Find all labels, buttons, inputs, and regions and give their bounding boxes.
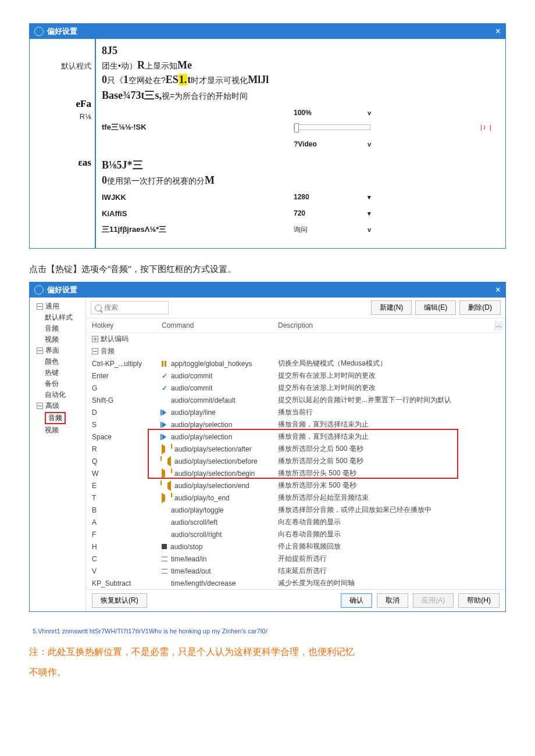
slider-thumb[interactable] [294,123,299,132]
command-cell: audio/commit/default [162,396,278,404]
table-row[interactable]: G✓audio/commit提交所有在波形上对时间的更改 [86,382,505,394]
tree-audio-1[interactable]: 音频 [30,323,85,334]
apply-button[interactable]: 应用(A) [413,593,454,608]
description-cell: 开始提前所选行 [278,554,495,564]
table-row[interactable]: Aaudio/scroll/left向左卷动音频的显示 [86,516,505,528]
table-row[interactable]: Vtime/lead/out结束延后所选行 [86,565,505,577]
category-tree[interactable]: 通用 默认样式 音频 视频 界面 颜色 热键 备份 自动化 高级 音频 视频 [30,298,86,611]
arrow-r-icon [162,468,171,479]
command-cell: audio/play/toggle [162,506,278,514]
titlebar-2[interactable]: 偏好设置 × [30,282,505,298]
check-icon: ✓ [162,385,167,391]
note-text-1: 注：此处互换热解位置，不是必需，只是个人认为这样更科学合理，也便利记忆 [29,646,506,658]
restore-defaults-button[interactable]: 恢复默认(R) [92,593,147,608]
hotkey-cell: KP_Subtract [92,579,162,587]
edit-button[interactable]: 编辑(E) [415,300,456,315]
table-row[interactable]: KP_Subtracttime/length/decrease减少长度为现在的时… [86,577,505,589]
command-cell: audio/play/selection/after [162,444,278,454]
scrollbar-up[interactable]: ︿ [495,321,504,331]
tree-backup[interactable]: 备份 [30,378,85,389]
slider-track[interactable] [294,124,370,130]
close-icon[interactable]: × [495,285,501,295]
description-cell: 播放所选部分末 500 毫秒 [278,481,495,490]
hotkey-cell: A [92,518,162,526]
tree-color[interactable]: 颜色 [30,356,85,367]
table-row[interactable]: Enter✓audio/commit提交所有在波形上对时间的更改 [86,370,505,382]
help-button[interactable]: 帮助(H) [458,593,500,608]
dropdown-2[interactable]: v [363,141,375,148]
command-cell: audio/play/to_end [162,493,278,503]
group-default[interactable]: 默认编码 [86,333,505,345]
table-row[interactable]: Eaudio/play/selection/end播放所选部分末 500 毫秒 [86,479,505,492]
table-row[interactable]: Faudio/scroll/right向右卷动音频的显示 [86,528,505,540]
close-icon[interactable]: × [495,26,501,37]
hotkey-cell: V [92,567,162,575]
cancel-button[interactable]: 取消 [377,593,408,608]
instruction-text: 点击【热锭】选项今"音频"，按下图红框的方式设置。 [29,264,506,275]
hotkey-cell: Enter [92,372,162,380]
tree-audio-selected[interactable]: 音频 [30,411,85,425]
dialog-footer: 恢复默认(R) 确认 取消 应用(A) 帮助(H) [86,589,505,611]
hotkey-cell: Shift-G [92,396,162,404]
hotkey-cell: F [92,531,162,539]
hotkey-cell: E [92,482,162,490]
hotkey-cell: Space [92,433,162,441]
search-input[interactable]: 搜索 [91,301,169,314]
window-title-1: 偏好设置 [47,26,495,37]
dropdown-1[interactable]: v [363,109,375,116]
tree-default-style[interactable]: 默认样式 [30,312,85,323]
playbar-icon [162,410,167,415]
description-cell: 提交所以延起的音频计时更...并重置下一行的时间为默认 [278,395,495,405]
dropdown-3[interactable]: v [363,226,375,233]
command-cell: audio/play/selection/begin [162,468,278,479]
table-row[interactable]: Spaceaudio/play/selection播放音频，直到选择结束为止 [86,431,505,443]
hotkey-cell: C [92,555,162,563]
check-icon: ✓ [162,373,167,379]
tree-video-1[interactable]: 视频 [30,334,85,345]
delete-button[interactable]: 删除(D) [459,300,501,315]
window-title-2: 偏好设置 [47,285,495,295]
tree-video-2[interactable]: 视频 [30,425,85,436]
command-cell: audio/play/selection/before [162,456,278,467]
table-row[interactable]: Waudio/play/selection/begin播放所选部分头 500 毫… [86,467,505,479]
arrow-r-icon [162,444,171,454]
tree-advanced[interactable]: 高级 [30,400,85,411]
titlebar-1[interactable]: 偏好设置 × [30,24,505,39]
arrow-r-icon [162,493,171,503]
ok-button[interactable]: 确认 [341,593,372,608]
spinner-1[interactable]: ▾ [363,194,375,201]
description-cell: 停止音频和视频回放 [278,542,495,551]
table-row[interactable]: Shift-Gaudio/commit/default提交所以延起的音频计时更.… [86,394,505,406]
description-cell: 减少长度为现在的时间轴 [278,578,495,588]
col-command: Command [162,321,278,329]
tree-hotkey[interactable]: 热键 [30,367,85,378]
stop-icon [162,544,167,549]
tree-automation[interactable]: 自动化 [30,389,85,400]
label-default-program: 默认程式 [33,61,91,71]
description-cell: 播放所选部分之前 500 毫秒 [278,456,495,466]
table-row[interactable]: Ctime/lead/in开始提前所选行 [86,553,505,565]
table-row[interactable]: Daudio/play/line播放当前行 [86,406,505,418]
table-row[interactable]: Saudio/play/selection播放音频，直到选择结束为止 [86,418,505,431]
tree-interface[interactable]: 界面 [30,345,85,356]
spinner-2[interactable]: ▾ [363,210,375,217]
hotkey-cell: W [92,470,162,478]
command-cell: audio/scroll/left [162,518,278,526]
command-cell: audio/stop [162,543,278,551]
table-row[interactable]: Taudio/play/to_end播放所选部分起始至音频结束 [86,492,505,504]
table-row[interactable]: Baudio/play/toggle播放选择部分音频，或停止回放如果已经在播放中 [86,504,505,516]
command-cell: app/toggle/global_hotkeys [162,360,278,368]
app-icon [34,27,44,36]
command-cell: audio/play/line [162,409,278,417]
hotkey-cell: S [92,421,162,429]
new-button[interactable]: 新建(N) [371,300,412,315]
table-row[interactable]: Ctrl-KP_...ultiplyapp/toggle/global_hotk… [86,357,505,370]
tree-general[interactable]: 通用 [30,301,85,312]
command-cell: time/lead/in [162,555,278,563]
table-row[interactable]: Raudio/play/selection/after播放所选部分之后 500 … [86,443,505,455]
group-audio[interactable]: 音频 [86,345,505,357]
table-row[interactable]: Qaudio/play/selection/before播放所选部分之前 500… [86,455,505,467]
table-row[interactable]: Haudio/stop停止音频和视频回放 [86,540,505,553]
lead-icon [162,569,167,574]
command-cell: audio/scroll/right [162,531,278,539]
